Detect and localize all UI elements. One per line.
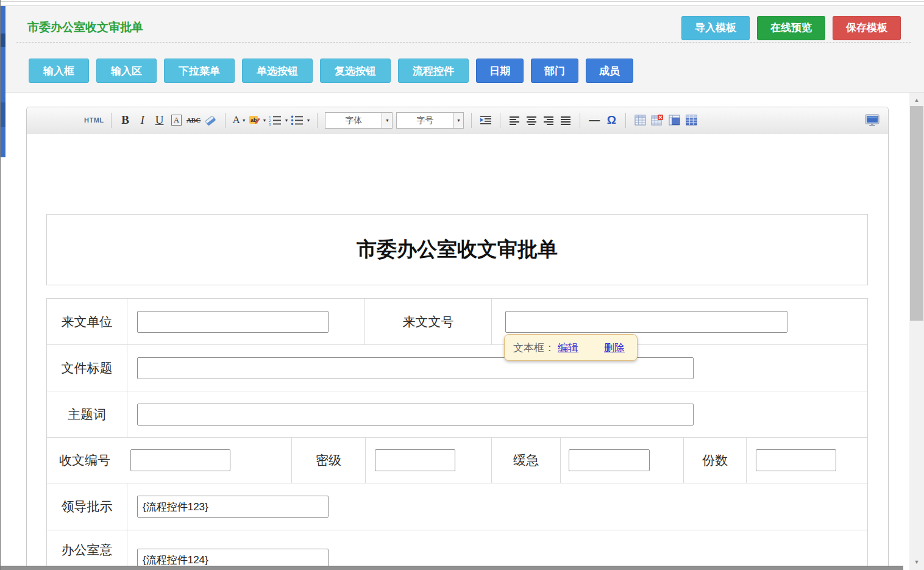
widget-radio-button[interactable]: 单选按钮 — [242, 59, 313, 83]
tooltip-delete-link[interactable]: 删除 — [604, 341, 625, 355]
label-office-opinion: 办公室意 — [47, 530, 127, 570]
toolbar-separator — [317, 113, 318, 128]
underline-icon[interactable]: U — [152, 112, 167, 129]
label-secrecy-level: 密级 — [292, 438, 366, 483]
widget-flow-control-button[interactable]: 流程控件 — [398, 59, 469, 83]
special-char-icon[interactable]: Ω — [604, 112, 619, 129]
editor-toolbar: HTML B I U A ABC A ▼ ab ▼ 123 ▼ ▼ 字体 ▼ — [27, 107, 888, 134]
ordered-list-icon[interactable]: 123 ▼ — [269, 112, 288, 129]
header-title-row: 市委办公室收文审批单 导入模板 在线预览 保存模板 — [16, 6, 911, 43]
cell-secrecy-level — [366, 438, 492, 483]
cell-properties-icon[interactable] — [667, 112, 681, 129]
cell-leader-instructions — [127, 483, 867, 530]
svg-text:3: 3 — [269, 123, 271, 126]
fullscreen-preview-icon[interactable] — [865, 112, 880, 129]
table-properties-icon[interactable] — [684, 112, 698, 129]
toolbar-separator — [225, 113, 226, 128]
vertical-scrollbar[interactable]: ▲ ▼ — [909, 93, 924, 570]
eraser-icon[interactable] — [204, 112, 218, 129]
cell-receipt-number: 收文编号 — [47, 438, 292, 483]
table-row: 收文编号 密级 缓急 份数 — [47, 437, 867, 483]
cell-subject-words — [127, 391, 867, 437]
label-leader-instructions: 领导批示 — [47, 483, 127, 530]
text-color-icon[interactable]: A ▼ — [232, 112, 247, 129]
tooltip-edit-link[interactable]: 编辑 — [558, 341, 578, 355]
widget-textarea-button[interactable]: 输入区 — [96, 59, 157, 83]
unordered-list-icon[interactable]: ▼ — [291, 112, 310, 129]
label-receipt-number: 收文编号 — [59, 452, 110, 469]
align-justify-icon[interactable] — [558, 112, 573, 129]
window-left-edge — [0, 0, 1, 570]
table-row: 主题词 — [47, 391, 867, 437]
widget-input-box-button[interactable]: 输入框 — [29, 59, 89, 83]
import-template-button[interactable]: 导入模板 — [681, 16, 750, 40]
secrecy-level-input[interactable] — [375, 449, 455, 471]
table-row: 文件标题 — [47, 344, 867, 391]
urgency-input[interactable] — [569, 449, 650, 471]
label-incoming-unit: 来文单位 — [47, 299, 127, 344]
scroll-up-icon[interactable]: ▲ — [909, 94, 924, 105]
font-size-select[interactable]: 字号 ▼ — [396, 112, 464, 129]
widget-date-button[interactable]: 日期 — [476, 59, 524, 83]
document-title-box[interactable]: 市委办公室收文审批单 — [46, 214, 868, 285]
horizontal-rule-icon[interactable]: — — [587, 112, 602, 129]
highlight-caret-icon: ▼ — [263, 118, 267, 123]
cell-document-title — [127, 345, 867, 391]
table-row: 来文单位 来文文号 — [47, 299, 867, 344]
cell-incoming-unit — [127, 299, 365, 344]
align-left-icon[interactable] — [507, 112, 522, 129]
window-bottom-bar — [0, 566, 903, 570]
font-attribute-icon[interactable]: A — [169, 112, 184, 129]
font-size-caret-icon: ▼ — [453, 113, 463, 128]
html-source-icon[interactable]: HTML — [84, 112, 104, 129]
save-template-button[interactable]: 保存模板 — [833, 16, 901, 40]
widget-checkbox-button[interactable]: 复选按钮 — [320, 59, 391, 83]
page-title: 市委办公室收文审批单 — [27, 20, 143, 35]
bold-icon[interactable]: B — [118, 112, 133, 129]
online-preview-button[interactable]: 在线预览 — [757, 16, 825, 40]
toolbar-separator — [471, 113, 472, 128]
rich-text-editor: HTML B I U A ABC A ▼ ab ▼ 123 ▼ ▼ 字体 ▼ — [26, 107, 889, 570]
left-edge-panel-mark — [1, 34, 5, 47]
receipt-number-input[interactable] — [130, 449, 230, 471]
widget-department-button[interactable]: 部门 — [531, 59, 578, 83]
text-color-caret-icon: ▼ — [242, 118, 246, 123]
window-top-edge — [0, 1, 924, 2]
cell-office-opinion — [127, 530, 867, 570]
incoming-doc-number-input[interactable] — [505, 311, 787, 333]
indent-icon[interactable] — [478, 112, 493, 129]
toolbar-separator — [111, 113, 112, 128]
toolbar-separator — [625, 113, 626, 128]
label-copies-count: 份数 — [684, 438, 747, 483]
form-table: 来文单位 来文文号 文件标题 主题词 — [46, 298, 868, 570]
subject-words-input[interactable] — [137, 404, 694, 426]
insert-table-icon[interactable] — [633, 112, 647, 129]
label-subject-words: 主题词 — [47, 391, 127, 437]
scroll-down-icon[interactable]: ▼ — [909, 557, 924, 568]
italic-icon[interactable]: I — [135, 112, 150, 129]
left-edge-panel — [1, 6, 5, 157]
align-right-icon[interactable] — [541, 112, 556, 129]
copies-count-input[interactable] — [756, 449, 836, 471]
highlight-color-icon[interactable]: ab ▼ — [249, 112, 267, 129]
strikethrough-icon[interactable]: ABC — [187, 112, 201, 129]
page-header: 市委办公室收文审批单 导入模板 在线预览 保存模板 输入框 输入区 下拉菜单 单… — [1, 5, 924, 93]
control-tooltip: 文本框： 编辑 删除 — [504, 334, 638, 361]
delete-table-icon[interactable] — [650, 112, 664, 129]
table-row: 办公室意 — [47, 530, 867, 570]
align-center-icon[interactable] — [524, 112, 539, 129]
document-title: 市委办公室收文审批单 — [357, 236, 558, 263]
cell-copies-count — [747, 438, 867, 483]
scrollbar-thumb[interactable] — [910, 106, 923, 321]
left-edge-panel-mark — [1, 102, 5, 127]
font-family-caret-icon: ▼ — [382, 113, 392, 128]
leader-instructions-input[interactable] — [137, 496, 329, 518]
tooltip-label: 文本框： — [513, 341, 555, 355]
widget-dropdown-button[interactable]: 下拉菜单 — [164, 59, 235, 83]
widget-member-button[interactable]: 成员 — [586, 59, 633, 83]
label-urgency: 缓急 — [492, 438, 561, 483]
toolbar-separator — [580, 113, 580, 128]
label-document-title: 文件标题 — [47, 345, 127, 391]
font-family-select[interactable]: 字体 ▼ — [325, 112, 393, 129]
incoming-unit-input[interactable] — [137, 311, 329, 333]
